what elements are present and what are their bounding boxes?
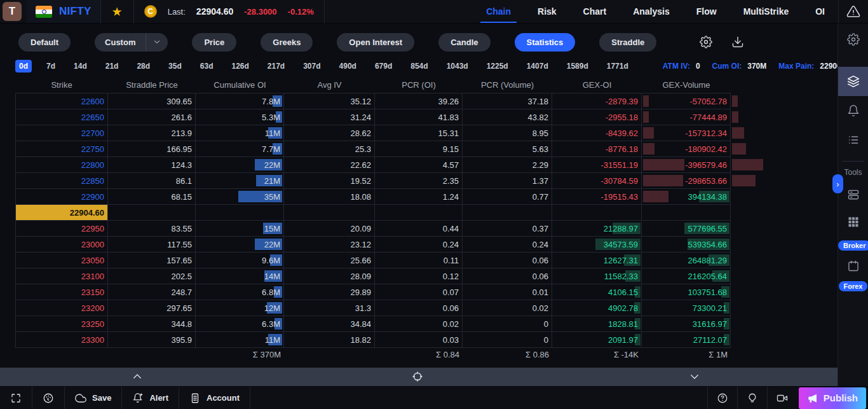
logo-letter: T — [9, 5, 15, 18]
nav-multistrike[interactable]: MultiStrike — [730, 0, 803, 23]
pcr-volume-value: 0.77 — [532, 192, 548, 202]
nav-flow[interactable]: Flow — [683, 0, 730, 23]
pcr-volume-cell: 0 — [463, 332, 552, 348]
platform-logo[interactable]: T — [3, 2, 22, 21]
strike-cell[interactable]: 23100 — [15, 268, 108, 284]
expiry-chip-679d[interactable]: 679d — [371, 60, 396, 73]
pill-statistics[interactable]: Statistics — [515, 33, 576, 52]
fullscreen-button[interactable] — [0, 387, 32, 409]
expiry-chip-307d[interactable]: 307d — [299, 60, 324, 73]
sidebar-layers-icon[interactable] — [838, 67, 868, 96]
nav-oi[interactable]: OI — [802, 0, 838, 23]
sidebar-calendar-icon[interactable] — [838, 254, 868, 277]
pill-price[interactable]: Price — [192, 33, 236, 52]
alert-button[interactable]: Alert — [122, 387, 179, 409]
expiry-chip-63d[interactable]: 63d — [196, 60, 217, 73]
strike-cell[interactable]: 22700 — [15, 125, 108, 141]
chevron-down-icon[interactable] — [146, 38, 168, 46]
strike-cell[interactable]: 23000 — [15, 237, 108, 253]
column-header: Straddle Price — [108, 80, 196, 90]
strike-cell[interactable]: 23150 — [15, 284, 108, 300]
sidebar-settings-gear-icon[interactable] — [838, 25, 868, 54]
pcr-volume-value: 1.37 — [532, 176, 548, 186]
coin-icon[interactable]: C — [144, 5, 157, 18]
account-button[interactable]: Account — [179, 387, 250, 409]
record-button[interactable] — [767, 387, 797, 409]
expiry-chip-21d[interactable]: 21d — [102, 60, 123, 73]
stat-value: 0 — [696, 62, 700, 71]
sidebar-apps-grid-icon[interactable] — [838, 207, 868, 237]
symbol-cell[interactable]: NIFTY — [27, 0, 100, 23]
pill-custom[interactable]: Custom — [95, 33, 168, 52]
pcr-oi-value: 15.31 — [438, 128, 459, 138]
strike-cell[interactable]: 22650 — [15, 109, 108, 125]
expiry-chip-7d[interactable]: 7d — [43, 60, 59, 73]
strike-cell[interactable]: 23050 — [15, 253, 108, 268]
expiry-chip-0d[interactable]: 0d — [15, 60, 32, 73]
forex-badge[interactable]: Forex — [839, 281, 868, 291]
strike-cell[interactable]: 22950 — [15, 221, 108, 237]
pill-default[interactable]: Default — [18, 33, 71, 52]
pill-candle[interactable]: Candle — [438, 33, 490, 52]
broker-badge[interactable]: Broker — [838, 240, 868, 251]
expiry-chips: 0d7d14d21d28d35d63d126d217d307d490d679d8… — [15, 60, 643, 73]
nav-chain[interactable]: Chain — [473, 0, 524, 23]
save-label: Save — [92, 393, 111, 403]
gex-value: -8439.62 — [606, 128, 638, 138]
strike-cell[interactable]: 23300 — [15, 332, 108, 348]
expiry-chip-126d[interactable]: 126d — [227, 60, 252, 73]
pill-straddle[interactable]: Straddle — [599, 33, 656, 52]
strike-value: 22850 — [81, 176, 104, 186]
pill-greeks[interactable]: Greeks — [261, 33, 313, 52]
nav-risk[interactable]: Risk — [524, 0, 570, 23]
favorite-star-icon[interactable]: ★ — [101, 0, 133, 24]
expiry-chip-14d[interactable]: 14d — [70, 60, 91, 73]
pcr-oi-value: 39.26 — [438, 97, 459, 106]
strike-cell[interactable]: 22600 — [15, 94, 108, 109]
expiry-chip-28d[interactable]: 28d — [133, 60, 154, 73]
nav-chart[interactable]: Chart — [570, 0, 620, 23]
strike-cell[interactable]: 23250 — [15, 316, 108, 332]
strike-cell[interactable]: 22850 — [15, 173, 108, 189]
view-pills: DefaultCustomPriceGreeksOpen InterestCan… — [18, 33, 681, 52]
save-button[interactable]: Save — [65, 387, 122, 409]
sidebar-collapse-handle[interactable]: › — [832, 174, 843, 193]
publish-button[interactable]: Publish — [799, 387, 866, 409]
expiry-chip-35d[interactable]: 35d — [165, 60, 186, 73]
cumulative-oi-value: 21M — [264, 176, 280, 186]
nav-analysis[interactable]: Analysis — [620, 0, 683, 23]
strike-cell[interactable]: 23200 — [15, 300, 108, 316]
expiry-chip-1589d[interactable]: 1589d — [563, 60, 592, 73]
pill-open-interest[interactable]: Open Interest — [337, 33, 414, 52]
scroll-down-icon[interactable] — [689, 371, 700, 382]
expiry-chip-490d[interactable]: 490d — [336, 60, 360, 73]
pcr-oi-cell: 2.35 — [375, 173, 463, 189]
theme-palette-button[interactable] — [32, 387, 65, 409]
warning-icon[interactable] — [839, 4, 868, 18]
column-header: PCR (OI) — [375, 80, 463, 90]
strike-cell[interactable]: 22800 — [15, 157, 108, 173]
sidebar-bell-icon[interactable] — [838, 96, 868, 125]
sidebar-watchlist-icon[interactable] — [838, 125, 868, 155]
expiry-chip-217d[interactable]: 217d — [264, 60, 288, 73]
expiry-chip-1225d[interactable]: 1225d — [483, 60, 512, 73]
gex-cell: -77444.89 — [642, 109, 731, 125]
scroll-up-icon[interactable] — [132, 371, 143, 382]
expiry-chip-1407d[interactable]: 1407d — [523, 60, 552, 73]
strike-cell[interactable]: 22750 — [15, 141, 108, 157]
expiry-chip-854d[interactable]: 854d — [407, 60, 431, 73]
expiry-chip-1771d[interactable]: 1771d — [603, 60, 632, 73]
fullscreen-icon — [10, 392, 22, 404]
crosshair-icon[interactable] — [412, 371, 423, 382]
gex-cell: 4106.15 — [552, 284, 642, 300]
gex-value: 34573.59 — [604, 240, 638, 249]
download-icon[interactable] — [731, 36, 744, 48]
strike-cell[interactable]: 22900 — [15, 189, 108, 205]
expiry-chip-1043d[interactable]: 1043d — [443, 60, 472, 73]
straddle-price-value: 248.7 — [171, 288, 192, 297]
help-button[interactable] — [707, 387, 737, 409]
settings-gear-icon[interactable] — [700, 36, 712, 48]
column-header: Avg IV — [284, 80, 375, 90]
gex-value: -396579.46 — [685, 160, 727, 170]
ideas-button[interactable] — [737, 387, 767, 409]
